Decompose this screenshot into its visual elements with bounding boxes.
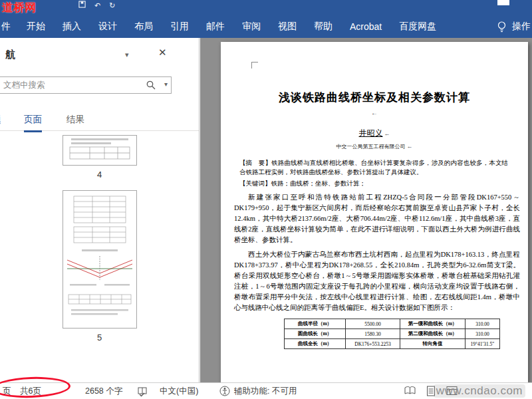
table-cell[interactable]: 1580.30 <box>346 329 400 339</box>
table-cell[interactable]: DK176+553.2253 <box>346 339 400 349</box>
read-mode-icon[interactable] <box>404 386 416 398</box>
table-cell[interactable]: 第二缓和曲线长（m） <box>400 329 466 339</box>
language-indicator[interactable]: 中文(中国) <box>160 383 198 399</box>
tab-acrobat[interactable]: Acrobat <box>341 21 390 32</box>
paragraph-mark: ← <box>407 143 413 150</box>
document-title[interactable]: 浅谈铁路曲线桥坐标及相关参数计算 <box>221 90 528 105</box>
tab-mailings[interactable]: 邮件 <box>198 21 233 33</box>
proofing-icon[interactable] <box>137 386 148 399</box>
accessibility-status[interactable]: 辅助功能: 不可用 <box>234 383 297 399</box>
table-cell[interactable]: 曲线半径（m） <box>285 319 346 329</box>
table-cell[interactable]: 圆曲线长（m） <box>285 329 346 339</box>
site-watermark-url: www.cndao.com <box>434 384 525 398</box>
ribbon: ↶ ↻ 件 开始 插入 设计 布局 引用 邮件 审阅 视图 帮助 Acrobat… <box>0 0 532 38</box>
nav-pane-tabs: 题 页面 结果 <box>0 110 199 131</box>
lightbulb-icon[interactable] <box>497 21 507 33</box>
close-icon[interactable]: ✕ <box>158 47 167 59</box>
table-cell[interactable]: 曲线全长（m） <box>285 339 346 349</box>
site-watermark-logo: 道桥网 <box>2 0 36 15</box>
tab-layout[interactable]: 布局 <box>126 21 162 33</box>
word-window: ↶ ↻ 件 开始 插入 设计 布局 引用 邮件 审阅 视图 帮助 Acrobat… <box>0 0 532 399</box>
tab-insert[interactable]: 插入 <box>54 21 90 33</box>
table-cell[interactable]: 转向角值 <box>400 339 466 349</box>
page-thumbnail-4[interactable] <box>63 135 137 166</box>
affiliation-text[interactable]: 中交一公局第五工程有限公司 <box>336 144 406 150</box>
tab-design[interactable]: 设计 <box>90 21 126 33</box>
document-author-line[interactable]: 井昭义← <box>221 128 528 139</box>
tab-file[interactable]: 件 <box>0 21 18 33</box>
tab-home[interactable]: 开始 <box>18 21 54 33</box>
table-row[interactable]: 曲线全长（m） DK176+553.2253 转向角值 19°41′31.5″ <box>285 339 500 349</box>
table-row[interactable]: 圆曲线长（m） 1580.30 第二缓和曲线长（m） 310.00 <box>285 329 500 339</box>
undo-icon[interactable]: ↶ <box>94 1 100 10</box>
author-name[interactable]: 井昭义 <box>359 128 383 138</box>
margin-crop-mark <box>251 62 258 68</box>
screenshot-artifact <box>497 0 509 5</box>
page-thumbnails: 4 <box>0 135 199 342</box>
tab-results[interactable]: 结果 <box>66 114 84 130</box>
search-icon[interactable] <box>146 80 156 93</box>
redo-icon[interactable]: ↻ <box>109 1 115 10</box>
tab-view[interactable]: 视图 <box>269 21 305 33</box>
total-pages-label[interactable]: 共6页 <box>20 383 41 399</box>
quick-access-toolbar: ↶ ↻ <box>78 1 115 10</box>
paragraph-mark: ← <box>221 109 528 117</box>
design-data-table[interactable]: 曲线半径（m） 5500.00 第一缓和曲线长（m） 310.00 圆曲线长（m… <box>284 319 500 349</box>
nav-pane-title: 航 <box>5 49 15 61</box>
table-cell[interactable]: 第一缓和曲线长（m） <box>400 319 466 329</box>
document-page[interactable]: 浅谈铁路曲线桥坐标及相关参数计算 ← 井昭义← 中交一公局第五工程有限公司← 【… <box>221 42 528 382</box>
page-thumbnail-5[interactable] <box>63 190 137 329</box>
navigation-pane: 航 ▾ ✕ ▾ 题 页面 结果 <box>0 38 200 382</box>
ribbon-tabs: 件 开始 插入 设计 布局 引用 邮件 审阅 视图 帮助 Acrobat 百度网… <box>0 15 532 38</box>
tab-headings[interactable]: 题 <box>0 114 1 130</box>
tell-me-label[interactable]: 操作 <box>507 21 532 33</box>
author-affiliation-line[interactable]: 中交一公局第五工程有限公司← <box>221 143 528 150</box>
search-input[interactable] <box>0 77 142 93</box>
tab-review[interactable]: 审阅 <box>233 21 269 33</box>
tab-references[interactable]: 引用 <box>162 21 198 33</box>
save-icon[interactable] <box>78 1 86 10</box>
chevron-down-icon[interactable]: ▾ <box>125 51 129 59</box>
table-cell[interactable]: 310.00 <box>466 319 500 329</box>
thumbnail-4-label: 4 <box>0 170 199 180</box>
abstract-paragraph[interactable]: 【摘 要】铁路曲线桥与直线桥相比桥墩、台坐标计算要复杂得多，涉及的内容也较多，本… <box>239 158 508 177</box>
table-cell[interactable]: 19°41′31.5″ <box>466 339 500 349</box>
page-number-label[interactable]: 页 <box>3 383 11 399</box>
paragraph-mark: ← <box>384 130 390 137</box>
accessibility-icon[interactable] <box>219 386 230 399</box>
table-cell[interactable]: 310.00 <box>466 329 500 339</box>
tab-baidu-netdisk[interactable]: 百度网盘 <box>390 21 445 33</box>
document-canvas: 浅谈铁路曲线桥坐标及相关参数计算 ← 井昭义← 中交一公局第五工程有限公司← 【… <box>200 38 532 382</box>
body-paragraph-1[interactable]: 新建张家口至呼和浩特铁路站前工程ZHZQ-5合同段一分部管段DK167+550～… <box>234 192 520 245</box>
keywords-line[interactable]: 【关键词】铁路；曲线桥；坐标、参数计算； <box>239 180 508 188</box>
search-dropdown-chevron-icon[interactable]: ▾ <box>164 80 168 88</box>
tab-help[interactable]: 帮助 <box>305 21 341 33</box>
table-row[interactable]: 曲线半径（m） 5500.00 第一缓和曲线长（m） 310.00 <box>285 319 500 329</box>
search-box: ▾ <box>0 76 172 94</box>
word-count[interactable]: 2658 个字 <box>85 383 122 399</box>
table-cell[interactable]: 5500.00 <box>346 319 400 329</box>
body-paragraph-2[interactable]: 西土外大桥位于内蒙古乌兰察布市西土坑村西南，起点里程为DK178+163.13，… <box>234 249 520 313</box>
thumbnail-5-label: 5 <box>0 332 199 342</box>
tab-pages[interactable]: 页面 <box>24 114 42 132</box>
